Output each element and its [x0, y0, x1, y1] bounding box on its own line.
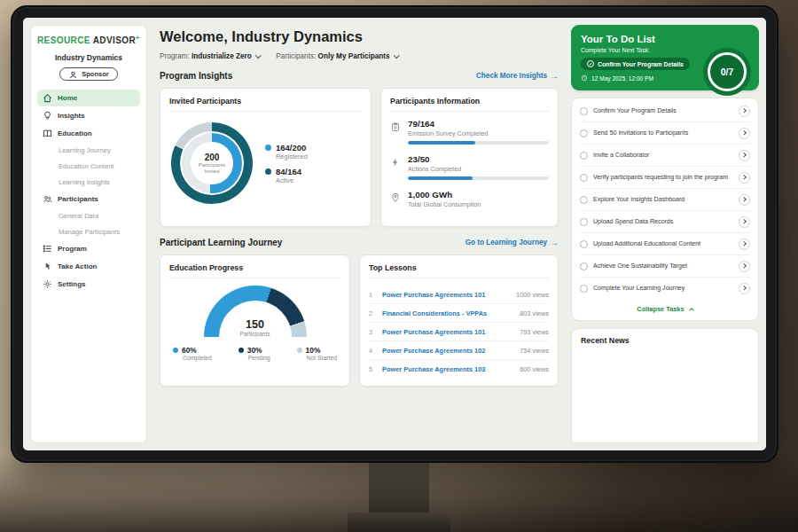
task-chevron-button[interactable]: [739, 128, 750, 139]
legend-value: 30%: [247, 346, 262, 355]
sidebar-item-settings[interactable]: Settings: [37, 276, 140, 293]
todo-summary-card: Your To Do List Complete Your Next Task:…: [571, 25, 759, 90]
card-title: Top Lessons: [369, 263, 549, 278]
task-row[interactable]: Upload Additional Educational Content: [580, 233, 750, 255]
task-chevron-button[interactable]: [739, 150, 750, 161]
lesson-rank: 5: [369, 365, 376, 373]
bolt-icon: [390, 155, 401, 166]
checkbox-icon[interactable]: [580, 218, 588, 226]
task-row[interactable]: Send 50 Invitations to Participants: [580, 122, 750, 145]
location-pin-icon: [390, 191, 401, 201]
info-label: Emission Survey Completed: [408, 129, 549, 137]
sidebar-item-insights[interactable]: Insights: [37, 107, 140, 124]
checkbox-icon[interactable]: [580, 285, 588, 293]
checkbox-icon[interactable]: [580, 107, 588, 115]
list-icon: [43, 244, 52, 254]
sidebar-item-take-action[interactable]: Take Action: [37, 258, 140, 275]
next-task-pill[interactable]: Confirm Your Program Details: [581, 58, 690, 70]
next-task-label: Confirm Your Program Details: [598, 61, 684, 67]
chevron-right-icon: [742, 198, 747, 202]
sponsor-badge[interactable]: Sponsor: [59, 67, 117, 81]
recent-news-card: Recent News: [571, 328, 759, 443]
legend-label: Not Started: [307, 355, 337, 361]
org-name: Industry Dynamics: [37, 53, 140, 62]
lesson-link[interactable]: Power Purchase Agreements 101: [382, 291, 510, 299]
task-chevron-button[interactable]: [739, 239, 750, 250]
lesson-rank: 1: [369, 291, 376, 299]
lesson-link[interactable]: Power Purchase Agreements 103: [382, 365, 513, 373]
task-chevron-button[interactable]: [739, 283, 750, 294]
check-circle-icon: [587, 60, 594, 67]
sidebar-item-learning-journey[interactable]: Learning Journey: [37, 143, 140, 158]
donut-center-value: 200: [205, 153, 220, 162]
sidebar-item-program[interactable]: Program: [37, 240, 140, 257]
legend-dot: [239, 348, 244, 353]
task-chevron-button[interactable]: [739, 194, 750, 206]
checkbox-icon[interactable]: [580, 174, 588, 182]
legend-value: 60%: [182, 346, 197, 355]
checkbox-icon[interactable]: [580, 196, 588, 204]
checkbox-icon[interactable]: [580, 152, 588, 160]
lesson-link[interactable]: Power Purchase Agreements 101: [382, 328, 513, 336]
sidebar-item-participants[interactable]: Participants: [37, 191, 140, 207]
task-label: Complete Your Learning Journey: [593, 285, 733, 293]
program-insights-header: Program Insights Check More Insights: [160, 71, 559, 81]
info-value: 23/50: [408, 154, 549, 164]
main-content: Welcome, Industry Dynamics Program: Indu…: [154, 25, 564, 443]
collapse-tasks-link[interactable]: Collapse Tasks: [580, 299, 750, 318]
arrow-right-icon: [550, 238, 559, 247]
task-row[interactable]: Verify participants requesting to join t…: [580, 167, 750, 189]
sidebar-item-general-data[interactable]: General Data: [37, 208, 140, 223]
check-more-insights-link[interactable]: Check More Insights: [476, 71, 559, 81]
lesson-row: 2 Financial Considerations - VPPAs 803 v…: [369, 304, 549, 323]
lesson-row: 3 Power Purchase Agreements 101 793 view…: [369, 323, 549, 341]
program-select[interactable]: Industrialize Zero: [192, 52, 260, 60]
task-chevron-button[interactable]: [739, 216, 750, 228]
task-chevron-button[interactable]: [739, 106, 750, 117]
legend-value: 84/164: [276, 167, 301, 176]
task-row[interactable]: Complete Your Learning Journey: [580, 278, 750, 299]
legend-label: Active: [276, 176, 308, 184]
task-label: Invite a Collaborator: [593, 152, 733, 160]
program-select-value: Industrialize Zero: [192, 52, 252, 60]
book-icon: [43, 129, 52, 138]
task-label: Upload Additional Educational Content: [593, 240, 733, 248]
education-gauge-chart: 150 Participants: [204, 286, 307, 337]
task-chevron-button[interactable]: [739, 261, 750, 272]
task-row[interactable]: Explore Your Insights Dashboard: [580, 189, 750, 211]
info-progress-fill-1: [408, 176, 473, 180]
cursor-action-icon: [43, 262, 52, 271]
participants-filter-label: Participants:: [276, 52, 316, 60]
participants-select-value: Only My Participants: [318, 52, 390, 60]
go-to-learning-journey-link[interactable]: Go to Learning Journey: [466, 238, 559, 247]
participants-information-card: Participants Information 79/164 Emission…: [380, 88, 559, 227]
task-row[interactable]: Confirm Your Program Details: [580, 100, 750, 122]
legend-label: Completed: [183, 355, 212, 361]
person-icon: [68, 70, 78, 78]
lesson-link[interactable]: Financial Considerations - VPPAs: [382, 309, 513, 317]
lesson-link[interactable]: Power Purchase Agreements 102: [382, 347, 513, 355]
info-label: Total Global Consumption: [408, 200, 549, 208]
sidebar-item-home[interactable]: Home: [37, 90, 140, 106]
task-row[interactable]: Achieve One Sustainability Target: [580, 255, 750, 278]
checkbox-icon[interactable]: [580, 129, 588, 137]
task-row[interactable]: Invite a Collaborator: [580, 145, 750, 167]
sidebar-item-learning-insights[interactable]: Learning Insights: [37, 175, 140, 190]
lesson-row: 1 Power Purchase Agreements 101 1000 vie…: [369, 286, 549, 304]
card-title: Invited Participants: [169, 97, 362, 112]
task-label: Send 50 Invitations to Participants: [593, 129, 733, 137]
sidebar-item-label: Settings: [58, 280, 86, 288]
checkbox-icon[interactable]: [580, 262, 588, 270]
lesson-views: 1000 views: [516, 291, 549, 299]
legend-registered: 164/200 Registered: [265, 143, 308, 160]
checkbox-icon[interactable]: [580, 240, 588, 248]
sidebar-item-education[interactable]: Education: [37, 125, 140, 142]
task-label: Explore Your Insights Dashboard: [593, 196, 733, 204]
sidebar-item-manage-participants[interactable]: Manage Participants: [37, 224, 140, 239]
task-row[interactable]: Upload Spend Data Records: [580, 211, 750, 233]
sidebar-item-education-content[interactable]: Education Content: [37, 159, 140, 174]
brand-word-2: ADVISOR: [93, 35, 136, 45]
task-chevron-button[interactable]: [739, 172, 750, 184]
participants-select[interactable]: Only My Participants: [318, 52, 399, 60]
chevron-right-icon: [742, 286, 747, 291]
